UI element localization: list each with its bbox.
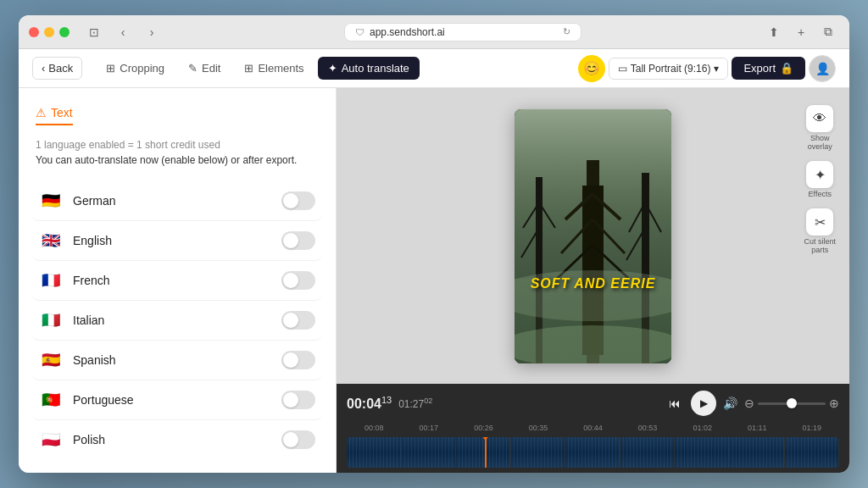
cropping-button[interactable]: ⊞ Cropping [96,57,175,80]
title-bar-right: ⬆ + ⧉ [763,24,839,41]
edit-icon: ✎ [188,62,198,75]
total-time-sub: 02 [424,396,432,405]
flag-french: 🇫🇷 [39,272,63,289]
edit-button[interactable]: ✎ Edit [178,57,231,80]
video-overlay-text: SOFT AND EERIE [531,276,656,291]
timeline-ruler: 00:08 00:17 00:26 00:35 00:44 00:53 01:0… [347,421,839,435]
segment-4 [511,437,566,468]
elements-label: Elements [258,62,303,75]
zoom-in-button[interactable]: ⊕ [829,396,839,410]
segment-2 [402,437,457,468]
cut-silent-label: Cut silentparts [804,237,836,254]
effects-tool[interactable]: ✦ Effects [806,161,833,198]
play-button[interactable]: ▶ [691,391,716,416]
playhead[interactable] [485,437,487,468]
cropping-label: Cropping [120,62,164,75]
language-name-english: English [73,234,281,247]
toggle-polish[interactable] [281,430,315,449]
flag-spanish: 🇪🇸 [39,352,63,369]
language-item-spanish: 🇪🇸 Spanish [32,341,322,380]
back-button-browser[interactable]: ‹ [112,24,134,41]
toggle-portuguese[interactable] [281,391,315,409]
export-button[interactable]: Export 🔒 [732,57,805,80]
close-window-button[interactable] [29,27,39,37]
video-background [515,109,671,363]
title-bar: ⊡ ‹ › 🛡 app.sendshort.ai ↻ ⬆ + ⧉ [19,15,849,49]
flag-german: 🇩🇪 [39,192,63,209]
toggle-spanish[interactable] [281,351,315,369]
auto-translate-button[interactable]: ✦ Auto translate [318,57,420,80]
flag-portuguese: 🇵🇹 [39,391,63,408]
tick-7: 01:02 [675,424,730,432]
language-name-portuguese: Portuguese [73,393,281,407]
chevron-down-icon: ▾ [714,63,719,75]
segment-6 [620,437,676,468]
show-overlay-icon: 👁 [806,105,833,132]
app-toolbar: ‹ Back ⊞ Cropping ✎ Edit ⊞ Elements ✦ Au… [19,49,849,88]
traffic-lights [29,27,70,37]
zoom-controls: ⊖ ⊕ [744,396,839,410]
forward-button-browser[interactable]: › [141,24,163,41]
toggle-italian[interactable] [281,311,315,330]
text-tab[interactable]: ⚠ Text [36,102,73,125]
share-button[interactable]: ⬆ [763,24,785,41]
crop-icon: ⊞ [106,62,115,75]
toggle-french[interactable] [281,271,315,290]
security-icon: 🛡 [355,27,364,37]
volume-button[interactable]: 🔊 [723,396,737,410]
segment-9 [785,437,840,468]
right-panel: SOFT AND EERIE 👁 Showoverlay ✦ Effects ✂… [337,88,849,473]
language-item-portuguese: 🇵🇹 Portuguese [32,380,322,420]
cut-silent-tool[interactable]: ✂ Cut silentparts [804,208,836,254]
segment-3 [456,437,511,468]
language-item-english: 🇬🇧 English [32,221,322,261]
sidebar-toggle-button[interactable]: ⊡ [83,24,105,41]
tabs-button[interactable]: ⧉ [817,24,839,41]
edit-label: Edit [202,62,220,75]
elements-button[interactable]: ⊞ Elements [234,57,314,80]
tick-9: 01:19 [785,424,840,432]
flag-polish: 🇵🇱 [39,431,63,448]
segment-5 [565,437,620,468]
segment-7 [675,437,730,468]
video-preview: SOFT AND EERIE [515,109,671,363]
tick-4: 00:35 [511,424,566,432]
elements-icon: ⊞ [244,62,253,75]
maximize-window-button[interactable] [59,27,70,37]
effects-label: Effects [809,190,832,198]
url-bar[interactable]: 🛡 app.sendshort.ai ↻ [344,23,581,42]
refresh-icon[interactable]: ↻ [563,26,570,37]
avatar[interactable]: 👤 [809,55,836,82]
timeline-track[interactable] [347,437,839,468]
emoji-button[interactable]: 😊 [578,55,605,82]
zoom-out-button[interactable]: ⊖ [744,396,754,410]
tick-3: 00:26 [456,424,511,432]
translate-icon: ✦ [328,62,337,75]
tick-6: 00:53 [620,424,676,432]
side-tools: 👁 Showoverlay ✦ Effects ✂ Cut silentpart… [804,105,836,254]
portrait-icon: ▭ [618,63,627,75]
language-name-spanish: Spanish [73,353,281,367]
new-tab-button[interactable]: + [790,24,812,41]
tick-8: 01:11 [730,424,785,432]
main-content: ⚠ Text 1 language enabled = 1 short cred… [19,88,849,473]
language-name-german: German [73,194,281,208]
minimize-window-button[interactable] [44,27,54,37]
format-button[interactable]: ▭ Tall Portrait (9:16) ▾ [609,58,729,80]
skip-back-button[interactable]: ⏮ [665,395,684,412]
svg-rect-20 [515,279,671,363]
back-button[interactable]: ‹ Back [32,57,82,80]
lock-icon: 🔒 [780,62,793,75]
sidebar-info: 1 language enabled = 1 short credit used… [19,132,336,181]
auto-translate-label: Auto translate [342,62,409,75]
video-area: SOFT AND EERIE 👁 Showoverlay ✦ Effects ✂… [337,88,849,384]
current-time-display: 00:0413 [347,395,392,412]
toggle-german[interactable] [281,191,315,210]
forest-svg [515,109,671,363]
show-overlay-tool[interactable]: 👁 Showoverlay [806,105,833,151]
export-label: Export [743,62,776,75]
toggle-english[interactable] [281,231,315,250]
zoom-slider-thumb [787,398,797,408]
zoom-slider[interactable] [758,402,826,405]
language-name-italian: Italian [73,313,281,327]
